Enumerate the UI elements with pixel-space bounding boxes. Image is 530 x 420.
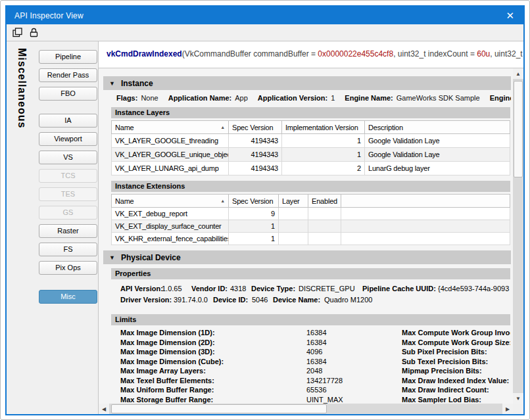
- section-title: Instance: [121, 79, 153, 88]
- stage-button-column: Pipeline Render Pass FBO IA Viewport VS …: [39, 41, 97, 304]
- sidebar-button-fs[interactable]: FS: [39, 243, 97, 256]
- table-row[interactable]: VK_EXT_display_surface_counter1: [112, 220, 510, 233]
- table-header-row: Name▲ Spec Version Implementation Versio…: [112, 121, 510, 134]
- column-header-spec-version[interactable]: Spec Version: [229, 121, 282, 134]
- close-icon[interactable]: ✕: [504, 11, 516, 20]
- property-label: Pipeline Cache UUID:: [362, 285, 436, 292]
- property-value: Quadro M1200: [324, 296, 372, 304]
- sidebar-button-tcs: TCS: [39, 169, 97, 183]
- field-value: None: [141, 94, 158, 102]
- table-row[interactable]: VK_LAYER_GOOGLE_unique_objects41943431Go…: [112, 148, 510, 162]
- horizontal-scrollbar-thumb[interactable]: [111, 404, 327, 413]
- section-header-physical-device[interactable]: ▼ Physical Device: [103, 250, 511, 264]
- section-title: Physical Device: [121, 253, 181, 262]
- property-value: DISCRETE_GPU: [299, 285, 355, 292]
- sidebar-button-gs: GS: [39, 206, 97, 220]
- column-header-layer[interactable]: Layer: [279, 195, 308, 208]
- collapse-triangle-icon: ▼: [109, 80, 115, 87]
- property-value: 5046: [252, 296, 268, 304]
- property-label: Device ID:: [213, 296, 248, 304]
- instance-extensions-table: Name▲ Spec Version Layer Enabled VK_EXT_…: [111, 194, 510, 245]
- sort-ascending-icon: ▲: [220, 125, 225, 129]
- column-header-name[interactable]: Name▲: [112, 121, 229, 134]
- subsection-header-instance-layers: Instance Layers: [111, 107, 510, 118]
- limit-row: Max Image Array Layers:2048Mipmap Precis…: [111, 366, 510, 376]
- section-instance: ▼ Instance Flags:None Application Name:A…: [103, 76, 511, 245]
- signature-text: , uint32_t instanceCount = ...: [490, 49, 523, 58]
- property-label: Device Type:: [251, 285, 295, 292]
- table-row[interactable]: VK_KHR_external_fence_capabilities1: [112, 233, 510, 245]
- toolbar: [7, 24, 523, 41]
- device-limits: Max Image Dimension (1D):16384Max Comput…: [111, 328, 510, 404]
- sidebar-button-raster[interactable]: Raster: [39, 224, 97, 238]
- subsection-header-limits: Limits: [111, 314, 510, 325]
- sidebar-button-vs[interactable]: VS: [39, 151, 97, 164]
- copy-icon[interactable]: [11, 27, 23, 39]
- scroll-up-button[interactable]: ▲: [513, 68, 523, 79]
- index-count-value: 60u: [477, 49, 490, 58]
- limit-row: Max Texel Buffer Elements:134217728Max D…: [111, 376, 510, 386]
- command-buffer-value: 0x0000022e455c4cf8: [318, 49, 393, 58]
- field-label: Engine Name:: [345, 94, 393, 102]
- signature-text: (VkCommandBuffer commandBuffer =: [182, 49, 318, 58]
- table-row[interactable]: VK_LAYER_GOOGLE_threading41943431Google …: [112, 134, 510, 148]
- scroll-right-button[interactable]: ▶: [502, 404, 513, 414]
- field-label: Engine Version:: [490, 94, 511, 102]
- sidebar-button-fbo[interactable]: FBO: [39, 87, 97, 101]
- column-header-implementation-version[interactable]: Implementation Version: [282, 121, 365, 134]
- property-value: 391.74.0.0: [174, 296, 208, 304]
- section-header-instance[interactable]: ▼ Instance: [103, 76, 511, 90]
- scrollbar-corner: [513, 404, 523, 414]
- instance-layers-table: Name▲ Spec Version Implementation Versio…: [111, 120, 510, 175]
- vertical-scrollbar-thumb[interactable]: [514, 81, 523, 177]
- column-header-description[interactable]: Description: [365, 121, 510, 134]
- property-value: {4cd4e593-744a-9093: [438, 285, 509, 292]
- function-name: vkCmdDrawIndexed: [107, 49, 182, 58]
- field-label: Flags:: [116, 94, 137, 102]
- scroll-left-button[interactable]: ◀: [99, 404, 109, 414]
- sidebar-group-label: Miscellaneous: [16, 48, 28, 128]
- subsection-header-instance-extensions: Instance Extensions: [111, 181, 510, 192]
- stage-sidebar: Miscellaneous Pipeline Render Pass FBO I…: [7, 41, 99, 414]
- limit-row: Max Image Dimension (2D):16384Max Comput…: [111, 338, 510, 348]
- device-properties: API Version: 1.0.65 Vendor ID: 4318 Devi…: [111, 283, 510, 309]
- table-row[interactable]: VK_LAYER_LUNARG_api_dump41943432LunarG d…: [112, 162, 510, 175]
- sidebar-button-misc[interactable]: Misc: [39, 290, 97, 304]
- property-value: 4318: [230, 285, 246, 292]
- inspector-scroll-area: ▼ Instance Flags:None Application Name:A…: [99, 68, 523, 414]
- field-value: 1: [331, 94, 335, 102]
- column-header-spec-version[interactable]: Spec Version: [229, 195, 279, 208]
- title-bar[interactable]: API Inspector View ✕: [7, 7, 523, 24]
- property-label: Vendor ID:: [191, 285, 228, 292]
- horizontal-scrollbar[interactable]: ◀ ▶: [99, 404, 513, 414]
- instance-fields: Flags:None Application Name:App Applicat…: [103, 90, 511, 103]
- column-header-enabled[interactable]: Enabled: [308, 195, 341, 208]
- column-header-blank[interactable]: [341, 195, 510, 208]
- api-inspector-window: API Inspector View ✕ Miscellaneous Pipel…: [5, 5, 525, 415]
- properties-block: Properties API Version: 1.0.65 Vendor ID…: [111, 268, 510, 404]
- limit-row: Max Image Dimension (3D):4096Sub Pixel P…: [111, 347, 510, 357]
- limit-row: Max Storage Buffer Range:UINT_MAXMax Sam…: [111, 395, 510, 404]
- table-row[interactable]: VK_EXT_debug_report9: [112, 208, 510, 220]
- section-physical-device: ▼ Physical Device Properties API Version…: [103, 250, 511, 404]
- property-label: API Version:: [120, 285, 163, 292]
- sort-ascending-icon: ▲: [220, 198, 225, 203]
- column-header-name[interactable]: Name▲: [112, 195, 229, 208]
- sidebar-button-pipeline[interactable]: Pipeline: [39, 50, 97, 64]
- limit-row: Max Image Dimension (1D):16384Max Comput…: [111, 328, 510, 338]
- subsection-header-properties: Properties: [111, 268, 510, 279]
- instance-layers-block: Instance Layers Name▲ Spec Version Imple…: [111, 107, 510, 245]
- inspector-viewport: ▼ Instance Flags:None Application Name:A…: [99, 68, 513, 404]
- signature-text: , uint32_t indexCount =: [393, 49, 477, 58]
- sidebar-button-ia[interactable]: IA: [39, 114, 97, 128]
- property-label: Driver Version:: [120, 296, 172, 304]
- scroll-down-button[interactable]: ▼: [513, 393, 523, 404]
- sidebar-button-viewport[interactable]: Viewport: [39, 132, 97, 146]
- field-value: App: [235, 94, 248, 102]
- collapse-triangle-icon: ▼: [109, 254, 115, 261]
- window-body: Miscellaneous Pipeline Render Pass FBO I…: [7, 41, 523, 414]
- vertical-scrollbar[interactable]: ▲ ▼: [513, 68, 523, 404]
- sidebar-button-render-pass[interactable]: Render Pass: [39, 68, 97, 82]
- sidebar-button-pix-ops[interactable]: Pix Ops: [39, 261, 97, 275]
- lock-icon[interactable]: [28, 27, 39, 39]
